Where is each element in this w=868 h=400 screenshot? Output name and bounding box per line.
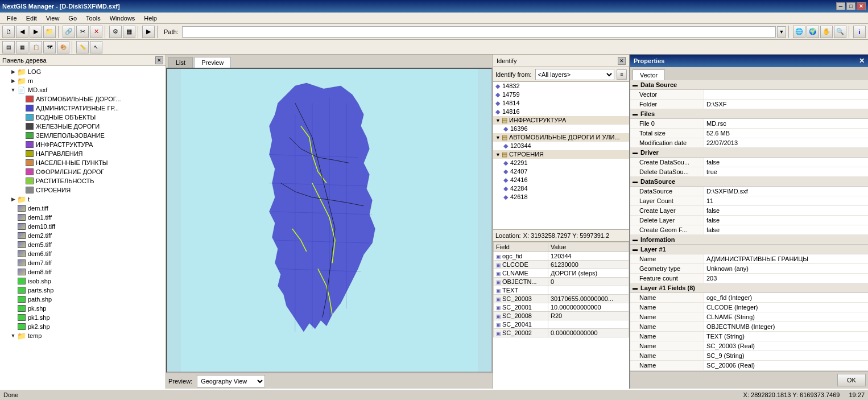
group-expand-icon[interactable]: ▼ [495, 118, 501, 123]
globe-button[interactable]: 🌐 [793, 26, 805, 38]
properties-content[interactable]: ▬Data SourceVectorFolderD:\SXF▬FilesFile… [630, 80, 868, 371]
path-input[interactable]: D-Disk\SXF\MD.sxf [182, 26, 776, 38]
tab-preview[interactable]: Preview [194, 57, 231, 68]
info-button[interactable]: i [853, 26, 866, 38]
attr-table-row[interactable]: ▣SC_20003 30170655.00000000... [494, 294, 629, 303]
identify-tree-item[interactable]: ◆42618 [493, 193, 629, 201]
props-tab-vector[interactable]: Vector [633, 69, 665, 80]
map-area[interactable] [166, 68, 493, 373]
section-expand-icon[interactable]: ▬ [633, 150, 639, 155]
attr-table-row[interactable]: ▣ogc_fid 120344 [494, 251, 629, 260]
tree-item[interactable]: АВТОМОБИЛЬНЫЕ ДОРОГ... [1, 94, 164, 104]
delete-button[interactable]: ✕ [90, 26, 102, 38]
layer-button[interactable]: ▤ [2, 41, 15, 53]
play-button[interactable]: ▶ [142, 26, 155, 38]
restore-button[interactable]: □ [846, 2, 855, 10]
panel-close-button[interactable]: ✕ [155, 56, 163, 64]
tree-item[interactable]: dem5.tiff [1, 240, 164, 249]
identify-tree-item[interactable]: ◆120344 [493, 142, 629, 150]
props-button[interactable]: 📋 [30, 41, 42, 53]
ruler-button[interactable]: 📏 [76, 41, 89, 53]
connect-button[interactable]: 🔗 [63, 26, 75, 38]
tree-item[interactable]: dem1.tiff [1, 213, 164, 222]
tab-list[interactable]: List [168, 57, 193, 68]
attr-table-row[interactable]: ▣SC_20002 0.000000000000 [494, 328, 629, 337]
group-expand-icon[interactable]: ▼ [495, 135, 501, 141]
section-header[interactable]: ▬Data Source [630, 80, 868, 90]
section-header[interactable]: ▬Information [630, 235, 868, 245]
identify-tree-item[interactable]: ▼▤ИНФРАСТРУКТУРА [493, 116, 629, 125]
view-button[interactable]: ▦ [123, 26, 135, 38]
tree-item[interactable]: isob.shp [1, 277, 164, 286]
tree-item[interactable]: pk2.shp [1, 322, 164, 331]
open-button[interactable]: 📁 [43, 26, 56, 38]
settings-button[interactable]: ⚙ [109, 26, 122, 38]
identify-from-select[interactable]: <All layers> [535, 69, 614, 80]
tree-item[interactable]: ЖЕЛЕЗНЫЕ ДОРОГИ [1, 122, 164, 131]
tree-container[interactable]: ▶📁LOG▶📁m▼📄MD.sxfАВТОМОБИЛЬНЫЕ ДОРОГ...АД… [0, 66, 166, 389]
menu-help[interactable]: Help [139, 14, 162, 23]
tree-item[interactable]: path.shp [1, 295, 164, 304]
section-expand-icon[interactable]: ▬ [633, 285, 639, 291]
attribute-table[interactable]: Field Value ▣ogc_fid 120344 ▣CLCODE 6123… [493, 242, 629, 389]
section-header[interactable]: ▬Driver [630, 148, 868, 158]
identify-tree-item[interactable]: ◆42291 [493, 159, 629, 167]
tree-item[interactable]: dem6.tiff [1, 249, 164, 258]
tree-item[interactable]: pk1.shp [1, 313, 164, 322]
section-expand-icon[interactable]: ▬ [633, 246, 639, 252]
section-expand-icon[interactable]: ▬ [633, 237, 639, 242]
identify-tree-item[interactable]: ◆14814 [493, 99, 629, 108]
attr-table-row[interactable]: ▣SC_20008 R20 [494, 311, 629, 320]
ok-button[interactable]: OK [837, 374, 866, 386]
tree-item[interactable]: РАСТИТЕЛЬНОСТЬ [1, 176, 164, 185]
tree-item[interactable]: ВОДНЫЕ ОБЪЕКТЫ [1, 113, 164, 122]
tree-expand-icon[interactable]: ▶ [9, 196, 17, 202]
identify-tree-item[interactable]: ◆42284 [493, 184, 629, 193]
tree-item[interactable]: dem2.tiff [1, 231, 164, 240]
new-button[interactable]: 🗋 [2, 26, 15, 38]
attr-table-row[interactable]: ▣CLCODE 61230000 [494, 260, 629, 269]
menu-file[interactable]: File [2, 14, 22, 23]
tree-item[interactable]: ▶📁LOG [1, 67, 164, 76]
tree-item[interactable]: ▼📄MD.sxf [1, 85, 164, 94]
tree-item[interactable]: ЗЕМЛЕПОЛЬЗОВАНИЕ [1, 131, 164, 140]
menu-go[interactable]: Go [64, 14, 81, 23]
map-button[interactable]: 🗺 [43, 41, 56, 53]
tree-item[interactable]: ▼📁temp [1, 331, 164, 340]
tree-item[interactable]: АДМИНИСТРАТИВНЫЕ ГР... [1, 104, 164, 113]
close-button[interactable]: ✕ [857, 2, 866, 10]
tree-item[interactable]: ▶📁t [1, 195, 164, 204]
properties-close-button[interactable]: ✕ [859, 57, 865, 65]
tree-item[interactable]: dem10.tiff [1, 222, 164, 231]
identify-tree-item[interactable]: ◆42416 [493, 176, 629, 184]
tree-expand-icon[interactable]: ▶ [9, 78, 17, 84]
globe2-button[interactable]: 🌍 [807, 26, 819, 38]
path-dropdown-button[interactable]: ▼ [777, 26, 786, 38]
zoom-button[interactable]: 🔍 [834, 26, 846, 38]
section-expand-icon[interactable]: ▬ [633, 179, 639, 184]
section-expand-icon[interactable]: ▬ [633, 111, 639, 117]
identify-tree-item[interactable]: ◆14832 [493, 82, 629, 90]
menu-view[interactable]: View [42, 14, 64, 23]
section-header[interactable]: ▬Layer #1 Fields (8) [630, 283, 868, 293]
tree-item[interactable]: НАСЕЛЕННЫЕ ПУНКТЫ [1, 158, 164, 167]
group-expand-icon[interactable]: ▼ [495, 152, 501, 158]
back-button[interactable]: ◀ [16, 26, 28, 38]
attr-table-row[interactable]: ▣SC_20001 10.000000000000 [494, 303, 629, 311]
menu-edit[interactable]: Edit [22, 14, 42, 23]
tree-item[interactable]: pk.shp [1, 304, 164, 313]
attr-table-row[interactable]: ▣OBJECTN... 0 [494, 277, 629, 286]
section-header[interactable]: ▬Files [630, 109, 868, 119]
preview-select[interactable]: Geography View Satellite View Map View [197, 375, 265, 387]
tree-item[interactable]: ИНФРАСТРУКТУРА [1, 140, 164, 149]
identify-tree-item[interactable]: ▼▤СТРОЕНИЯ [493, 150, 629, 159]
identify-close-button[interactable]: ✕ [618, 57, 626, 65]
tree-item[interactable]: dem7.tiff [1, 258, 164, 267]
menu-windows[interactable]: Windows [105, 14, 140, 23]
tree-item[interactable]: СТРОЕНИЯ [1, 185, 164, 195]
identify-tree-item[interactable]: ◆14759 [493, 90, 629, 99]
section-expand-icon[interactable]: ▬ [633, 82, 639, 88]
hand-button[interactable]: ✋ [820, 26, 833, 38]
menu-tools[interactable]: Tools [81, 14, 105, 23]
tree-item[interactable]: ▶📁m [1, 76, 164, 85]
